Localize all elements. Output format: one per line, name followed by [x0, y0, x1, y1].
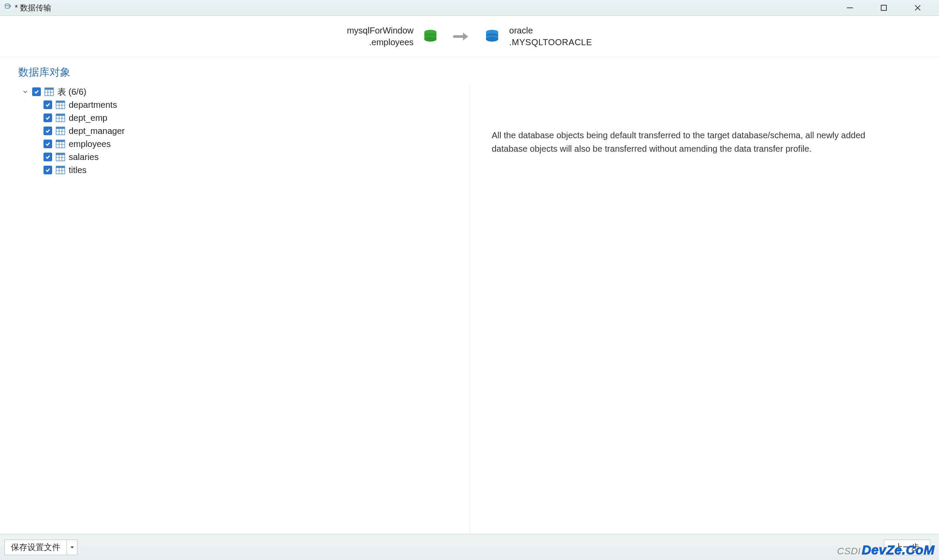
dropdown-arrow-icon[interactable] — [67, 540, 77, 555]
previous-button[interactable]: 上一步 — [884, 540, 930, 555]
svg-rect-13 — [56, 114, 65, 116]
checkbox[interactable] — [43, 166, 52, 174]
table-icon — [56, 113, 65, 122]
tree-item-label: dept_manager — [69, 126, 125, 136]
chevron-down-icon[interactable] — [22, 88, 29, 95]
tree-group-label: 表 (6/6) — [57, 86, 87, 98]
tree-tables-group[interactable]: 表 (6/6) — [22, 85, 452, 98]
tree-item[interactable]: employees — [43, 137, 452, 150]
tree-item[interactable]: dept_manager — [43, 124, 452, 137]
tree-item[interactable]: departments — [43, 98, 452, 111]
minimize-button[interactable] — [838, 0, 862, 16]
checkbox[interactable] — [43, 153, 52, 161]
svg-point-4 — [424, 37, 436, 41]
titlebar: * 数据传输 — [0, 0, 939, 16]
target-connection-name: oracle — [509, 25, 592, 37]
connection-header: mysqlForWindow .employees — [0, 16, 939, 57]
svg-point-0 — [5, 4, 10, 6]
source-connection-name: mysqlForWindow — [347, 25, 413, 37]
checkbox[interactable] — [43, 100, 52, 109]
svg-rect-9 — [45, 88, 53, 90]
source-connection: mysqlForWindow .employees — [347, 25, 440, 48]
object-tree-panel: 表 (6/6) departments dept_emp dept_manage… — [0, 85, 470, 536]
window-title: * 数据传输 — [15, 3, 51, 13]
target-connection: oracle .MYSQLTOORACLE — [483, 25, 592, 48]
info-panel: All the database objects being default t… — [470, 85, 939, 536]
checkbox[interactable] — [43, 140, 52, 148]
svg-rect-17 — [56, 140, 65, 142]
tree-item-label: salaries — [69, 152, 99, 162]
table-icon — [56, 166, 65, 174]
table-icon — [56, 140, 65, 148]
checkbox[interactable] — [43, 113, 52, 122]
checkbox[interactable] — [43, 127, 52, 135]
save-profile-label: 保存设置文件 — [5, 542, 67, 553]
svg-rect-11 — [56, 101, 65, 103]
table-icon — [56, 100, 65, 109]
window-controls — [838, 0, 937, 16]
maximize-button[interactable] — [872, 0, 896, 16]
source-schema-name: .employees — [347, 37, 413, 48]
tree-item-label: titles — [69, 165, 87, 175]
oracle-db-icon — [483, 27, 501, 46]
checkbox[interactable] — [32, 87, 41, 96]
table-icon — [44, 87, 54, 96]
info-text: All the database objects being default t… — [492, 129, 892, 156]
svg-rect-19 — [56, 153, 65, 155]
table-icon — [56, 127, 65, 135]
svg-rect-15 — [56, 127, 65, 129]
tree-item[interactable]: titles — [43, 163, 452, 177]
mysql-db-icon — [421, 27, 440, 46]
tree-item-label: employees — [69, 139, 111, 149]
object-tree: 表 (6/6) departments dept_emp dept_manage… — [22, 85, 452, 177]
svg-rect-1 — [881, 5, 886, 10]
tree-item-label: dept_emp — [69, 113, 107, 123]
svg-point-7 — [486, 37, 498, 41]
tree-item-label: departments — [69, 100, 117, 110]
svg-rect-21 — [56, 166, 65, 168]
table-icon — [56, 153, 65, 161]
section-title: 数据库对象 — [0, 57, 939, 85]
app-icon — [4, 3, 12, 13]
target-schema-name: .MYSQLTOORACLE — [509, 37, 592, 48]
close-button[interactable] — [906, 0, 929, 16]
transfer-arrow-icon — [453, 30, 470, 43]
tree-item[interactable]: dept_emp — [43, 111, 452, 124]
tree-item[interactable]: salaries — [43, 150, 452, 163]
save-profile-button[interactable]: 保存设置文件 — [4, 540, 77, 555]
footer: 保存设置文件 上一步 — [0, 534, 939, 560]
